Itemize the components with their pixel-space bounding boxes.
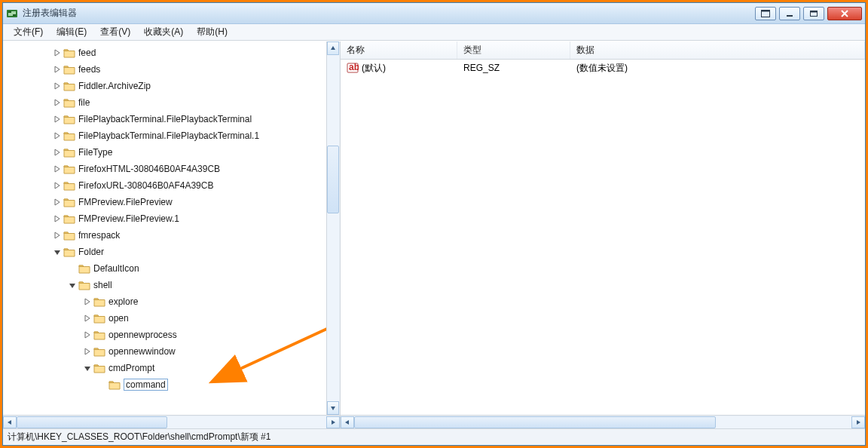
values-header: 名称 类型 数据 xyxy=(341,41,865,60)
tree-item[interactable]: shell xyxy=(3,277,326,293)
expander-closed-icon[interactable] xyxy=(53,148,62,157)
expander-closed-icon[interactable] xyxy=(53,231,62,240)
values-panel: 名称 类型 数据 ab (默认) REG_SZ (数值未设置) xyxy=(341,41,865,428)
tree-hscroll-thumb[interactable] xyxy=(17,416,167,428)
values-list[interactable]: ab (默认) REG_SZ (数值未设置) xyxy=(341,60,865,415)
column-type[interactable]: 类型 xyxy=(457,41,570,59)
folder-icon xyxy=(78,280,90,290)
column-name[interactable]: 名称 xyxy=(341,41,457,59)
expander-closed-icon[interactable] xyxy=(53,131,62,140)
regedit-icon xyxy=(6,8,18,20)
menu-help[interactable]: 帮助(H) xyxy=(191,24,234,40)
tree-item[interactable]: explore xyxy=(3,293,326,310)
tree-item[interactable]: FMPreview.FilePreview.1 xyxy=(3,210,326,227)
tree-item[interactable]: FileType xyxy=(3,144,326,161)
values-hscroll-thumb[interactable] xyxy=(354,416,716,428)
tree-item[interactable]: Fiddler.ArchiveZip xyxy=(3,78,326,94)
tree-item-label: FilePlaybackTerminal.FilePlaybackTermina… xyxy=(78,130,259,141)
status-path: 计算机\HKEY_CLASSES_ROOT\Folder\shell\cmdPr… xyxy=(8,431,270,443)
svg-rect-6 xyxy=(787,15,793,17)
folder-icon xyxy=(63,247,75,257)
folder-icon xyxy=(63,114,75,124)
expander-closed-icon[interactable] xyxy=(83,347,92,356)
folder-icon xyxy=(93,346,105,357)
svg-rect-8 xyxy=(811,11,818,12)
list-item[interactable]: ab (默认) REG_SZ (数值未设置) xyxy=(341,60,865,76)
tree-horizontal-scrollbar[interactable] xyxy=(3,415,340,428)
expander-closed-icon[interactable] xyxy=(83,314,92,323)
menu-edit[interactable]: 编辑(E) xyxy=(50,24,93,40)
column-data[interactable]: 数据 xyxy=(570,41,865,59)
tree-item[interactable]: FMPreview.FilePreview xyxy=(3,194,326,210)
string-value-icon: ab xyxy=(347,62,359,74)
tree-item[interactable]: opennewprocess xyxy=(3,327,326,343)
folder-icon xyxy=(108,379,121,390)
scroll-up-button[interactable] xyxy=(327,41,339,55)
tree-item[interactable]: fmrespack xyxy=(3,227,326,244)
expander-open-icon[interactable] xyxy=(53,247,62,256)
tree-item[interactable]: FirefoxHTML-308046B0AF4A39CB xyxy=(3,161,326,177)
svg-rect-3 xyxy=(13,14,16,16)
svg-rect-4 xyxy=(762,10,770,17)
tree-item[interactable]: feeds xyxy=(3,61,326,78)
expander-closed-icon[interactable] xyxy=(83,330,92,339)
expander-closed-icon[interactable] xyxy=(53,115,62,124)
scroll-left-button[interactable] xyxy=(341,416,354,428)
minimize-button[interactable] xyxy=(779,7,800,20)
unknown-window-button[interactable] xyxy=(755,7,776,20)
expander-none xyxy=(98,380,107,389)
tree-scroll-thumb[interactable] xyxy=(327,146,339,213)
expander-open-icon[interactable] xyxy=(83,364,92,373)
expander-closed-icon[interactable] xyxy=(53,48,62,57)
folder-icon xyxy=(63,213,75,224)
scroll-right-button[interactable] xyxy=(851,416,865,428)
menubar: 文件(F) 编辑(E) 查看(V) 收藏夹(A) 帮助(H) xyxy=(3,24,865,41)
tree-item-label: DefaultIcon xyxy=(93,263,139,274)
maximize-button[interactable] xyxy=(803,7,824,20)
registry-tree[interactable]: feedfeedsFiddler.ArchiveZipfileFilePlayb… xyxy=(3,41,326,393)
folder-icon xyxy=(63,81,75,91)
tree-item-label: opennewprocess xyxy=(108,330,177,340)
tree-item-label: opennewwindow xyxy=(108,346,176,357)
expander-closed-icon[interactable] xyxy=(53,81,62,91)
tree-vertical-scrollbar[interactable] xyxy=(326,41,340,415)
scroll-right-button[interactable] xyxy=(326,416,340,428)
expander-closed-icon[interactable] xyxy=(53,181,62,190)
tree-item[interactable]: opennewwindow xyxy=(3,343,326,360)
tree-item-label: FileType xyxy=(78,147,112,158)
tree-item-label[interactable]: command xyxy=(124,379,168,391)
expander-closed-icon[interactable] xyxy=(53,164,62,173)
menu-favorites[interactable]: 收藏夹(A) xyxy=(138,24,189,40)
folder-icon xyxy=(63,230,75,241)
window-title: 注册表编辑器 xyxy=(23,7,755,20)
tree-item[interactable]: file xyxy=(3,94,326,111)
expander-open-icon[interactable] xyxy=(68,281,77,290)
scroll-left-button[interactable] xyxy=(3,416,17,428)
tree-item[interactable]: FirefoxURL-308046B0AF4A39CB xyxy=(3,177,326,194)
tree-item-label: FilePlaybackTerminal.FilePlaybackTermina… xyxy=(78,114,252,124)
expander-closed-icon[interactable] xyxy=(83,297,92,306)
expander-closed-icon[interactable] xyxy=(53,65,62,74)
tree-item[interactable]: FilePlaybackTerminal.FilePlaybackTermina… xyxy=(3,111,326,127)
tree-item-label: FirefoxURL-308046B0AF4A39CB xyxy=(78,180,213,191)
folder-icon xyxy=(63,180,75,191)
expander-closed-icon[interactable] xyxy=(53,214,62,223)
menu-view[interactable]: 查看(V) xyxy=(94,24,136,40)
tree-item-label: FirefoxHTML-308046B0AF4A39CB xyxy=(78,164,220,174)
tree-item[interactable]: Folder xyxy=(3,244,326,260)
expander-closed-icon[interactable] xyxy=(53,198,62,207)
tree-item[interactable]: feed xyxy=(3,44,326,61)
tree-item-label: shell xyxy=(93,280,112,290)
values-horizontal-scrollbar[interactable] xyxy=(341,415,865,428)
tree-item[interactable]: open xyxy=(3,310,326,327)
menu-file[interactable]: 文件(F) xyxy=(8,24,49,40)
tree-item[interactable]: command xyxy=(3,376,326,393)
close-button[interactable] xyxy=(827,7,862,20)
folder-icon xyxy=(63,64,75,75)
tree-item[interactable]: DefaultIcon xyxy=(3,260,326,277)
tree-item[interactable]: FilePlaybackTerminal.FilePlaybackTermina… xyxy=(3,127,326,144)
expander-closed-icon[interactable] xyxy=(53,98,62,107)
tree-item-label: FMPreview.FilePreview.1 xyxy=(78,213,179,224)
tree-item[interactable]: cmdPrompt xyxy=(3,360,326,376)
scroll-down-button[interactable] xyxy=(327,401,339,415)
